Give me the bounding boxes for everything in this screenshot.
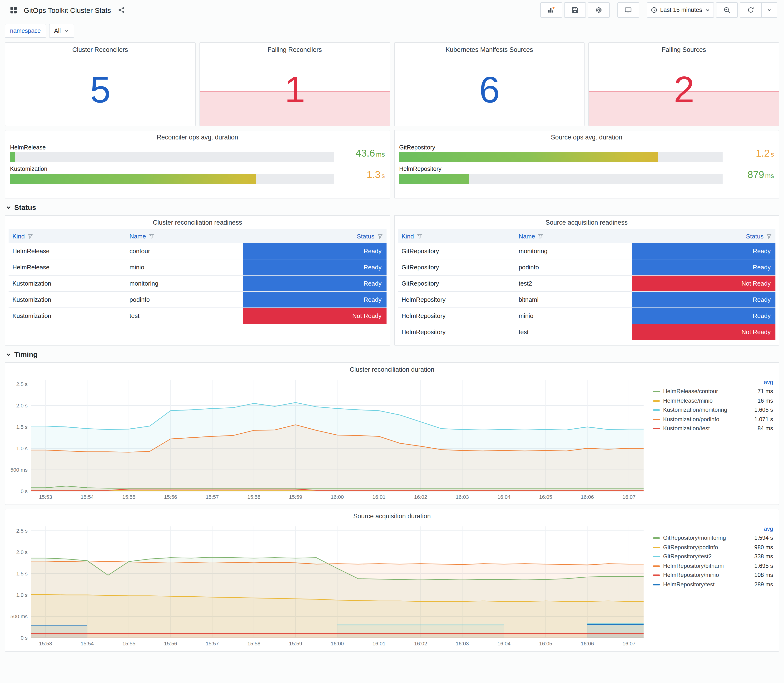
panel-title: Source ops avg. duration [399, 130, 774, 141]
svg-text:15:59: 15:59 [289, 494, 302, 500]
svg-text:15:59: 15:59 [289, 641, 302, 646]
series-name: HelmRepository/bitnami [663, 561, 751, 571]
filter-icon [766, 234, 772, 239]
kind-cell: Kustomization [8, 308, 126, 324]
save-dashboard-button[interactable] [564, 2, 586, 18]
gauge-panels-row: Reconciler ops avg. duration HelmRelease… [5, 130, 779, 199]
monitor-icon [625, 6, 632, 14]
clock-icon [651, 6, 657, 13]
svg-text:16:07: 16:07 [622, 641, 635, 646]
svg-text:16:05: 16:05 [539, 494, 552, 500]
kind-cell: GitRepository [398, 243, 515, 259]
panel-title: Cluster Reconcilers [5, 43, 195, 53]
legend-item[interactable]: Kustomization/podinfo1.071 s [653, 415, 773, 424]
series-name: GitRepository/test2 [663, 552, 751, 561]
legend-item[interactable]: HelmRepository/bitnami1.695 s [653, 561, 773, 571]
stat-panels-row: Cluster Reconcilers 5 Failing Reconciler… [5, 42, 779, 126]
legend-item[interactable]: Kustomization/test84 ms [653, 424, 773, 433]
stat-value: 1 [200, 53, 390, 126]
panel-title: Cluster reconciliation duration [5, 363, 779, 373]
legend-item[interactable]: GitRepository/monitoring1.594 s [653, 534, 773, 543]
status-tables-row: Cluster reconciliation readiness Kind Na… [5, 215, 779, 346]
panel-title: Source acquisition duration [5, 509, 779, 520]
gauge-value: 1.2s [730, 148, 774, 159]
status-badge: Ready [632, 260, 776, 275]
svg-text:1.0 s: 1.0 s [16, 446, 27, 451]
variable-namespace-value-dropdown[interactable]: All [49, 24, 74, 38]
series-avg-value: 108 ms [754, 571, 773, 580]
column-header-status[interactable]: Status [243, 229, 386, 243]
series-avg-value: 1.605 s [754, 406, 773, 415]
section-status[interactable]: Status [6, 203, 778, 211]
kind-cell: HelmRepository [398, 324, 515, 340]
panel-cluster-reconcilers: Cluster Reconcilers 5 [5, 42, 196, 126]
gauge-label: GitRepository [399, 144, 723, 151]
status-cell: Ready [632, 292, 776, 308]
variable-namespace-label[interactable]: namespace [5, 24, 46, 38]
legend-item[interactable]: HelmRepository/test289 ms [653, 580, 773, 589]
column-header-name[interactable]: Name [126, 229, 243, 243]
name-cell: monitoring [515, 243, 632, 259]
svg-text:16:03: 16:03 [456, 494, 469, 500]
table-row: HelmRepositorybitnamiReady [398, 292, 776, 308]
status-cell: Ready [632, 243, 776, 259]
column-header-kind[interactable]: Kind [398, 229, 515, 243]
panel-title: Cluster reconciliation readiness [5, 216, 390, 226]
section-timing[interactable]: Timing [6, 350, 778, 358]
refresh-button[interactable] [740, 2, 762, 18]
time-range-label: Last 15 minutes [660, 6, 702, 13]
add-panel-icon [547, 6, 555, 14]
share-icon[interactable] [115, 3, 128, 17]
legend-item[interactable]: Kustomization/monitoring1.605 s [653, 406, 773, 415]
refresh-interval-dropdown[interactable] [762, 2, 778, 18]
timeseries-plot[interactable]: 0 s500 ms1.0 s1.5 s2.0 s2.5 s15:5315:541… [6, 374, 648, 502]
gauge-bar [10, 152, 333, 162]
svg-text:1.5 s: 1.5 s [16, 571, 27, 577]
gauge-label: HelmRepository [399, 166, 723, 172]
series-avg-value: 84 ms [758, 424, 773, 433]
name-cell: podinfo [515, 259, 632, 275]
svg-text:1.0 s: 1.0 s [16, 592, 27, 598]
status-cell: Not Ready [632, 324, 776, 340]
legend-item[interactable]: GitRepository/podinfo980 ms [653, 543, 773, 552]
panel-cluster-reconciliation-duration: Cluster reconciliation duration 0 s500 m… [5, 362, 779, 505]
legend-item[interactable]: HelmRelease/contour71 ms [653, 387, 773, 396]
series-avg-value: 16 ms [758, 396, 773, 406]
chevron-down-icon [6, 204, 11, 210]
apps-grid-icon[interactable] [6, 3, 20, 17]
svg-text:16:07: 16:07 [622, 494, 635, 500]
status-cell: Ready [243, 275, 386, 292]
series-color-marker [653, 537, 660, 539]
name-cell: monitoring [126, 275, 243, 292]
cycle-view-mode-button[interactable] [617, 2, 639, 18]
series-avg-value: 71 ms [758, 387, 773, 396]
svg-text:16:00: 16:00 [330, 641, 344, 646]
svg-text:16:03: 16:03 [456, 641, 469, 646]
legend-item[interactable]: HelmRelease/minio16 ms [653, 396, 773, 406]
column-header-status[interactable]: Status [632, 229, 776, 243]
status-cell: Ready [632, 259, 776, 275]
chevron-down-icon [767, 8, 772, 12]
legend-item[interactable]: HelmRepository/minio108 ms [653, 571, 773, 580]
status-badge: Not Ready [243, 308, 386, 324]
dashboard-settings-button[interactable] [588, 2, 610, 18]
svg-text:15:53: 15:53 [39, 494, 52, 500]
add-panel-button[interactable] [540, 2, 562, 18]
gauge-row: GitRepository 1.2s [399, 144, 774, 162]
gauge-value: 1.3s [341, 169, 385, 180]
column-header-name[interactable]: Name [515, 229, 632, 243]
name-cell: test [126, 308, 243, 324]
time-range-picker[interactable]: Last 15 minutes [647, 2, 714, 18]
legend-item[interactable]: GitRepository/test2338 ms [653, 552, 773, 561]
readiness-table: Kind Name Status GitRepositorymonitoring… [398, 229, 776, 340]
series-name: GitRepository/podinfo [663, 543, 751, 552]
timeseries-plot[interactable]: 0 s500 ms1.0 s1.5 s2.0 s2.5 s15:5315:541… [6, 521, 648, 648]
status-cell: Not Ready [243, 308, 386, 324]
panel-source-acquisition-duration: Source acquisition duration 0 s500 ms1.0… [5, 509, 779, 652]
table-row: GitRepositorymonitoringReady [398, 243, 776, 259]
series-avg-value: 1.071 s [754, 415, 773, 424]
svg-text:15:58: 15:58 [247, 494, 260, 500]
column-header-kind[interactable]: Kind [8, 229, 126, 243]
status-badge: Ready [632, 292, 776, 308]
zoom-out-button[interactable] [716, 2, 738, 18]
